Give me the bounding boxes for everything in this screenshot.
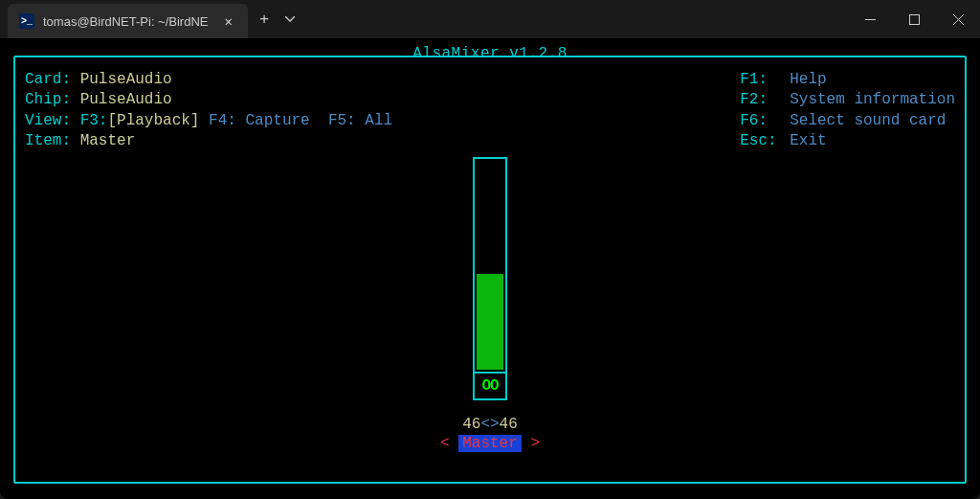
esc-desc: Exit [790, 131, 826, 151]
maximize-button[interactable] [892, 4, 936, 34]
new-tab-button[interactable]: + [251, 11, 278, 29]
card-info-panel: Card: PulseAudio Chip: PulseAudio View: … [25, 70, 392, 151]
svg-rect-0 [909, 14, 919, 24]
volume-meter-fill [477, 274, 503, 370]
select-bracket-right: > [522, 435, 540, 452]
tab-dropdown-button[interactable] [278, 13, 302, 25]
f2-desc: System information [790, 90, 955, 110]
volume-meter[interactable] [473, 157, 507, 374]
view-all-option: F5: All [328, 112, 392, 129]
close-window-button[interactable] [936, 4, 980, 34]
esc-key: Esc: [740, 131, 790, 151]
f2-key: F2: [740, 90, 790, 110]
terminal-pane[interactable]: AlsaMixer v1.2.8 Card: PulseAudio Chip: … [0, 38, 980, 499]
channel-name-row: < Master > [440, 435, 540, 452]
channel-name-label: Master [458, 435, 522, 452]
f6-desc: Select sound card [790, 111, 946, 131]
view-label: View: [25, 112, 71, 129]
close-tab-button[interactable]: ✕ [221, 11, 236, 32]
f6-key: F6: [740, 111, 790, 131]
item-value: Master [80, 132, 136, 149]
chip-label: Chip: [25, 91, 71, 108]
terminal-tab[interactable]: >_ tomas@BirdNET-Pi: ~/BirdNE ✕ [8, 4, 248, 38]
level-left: 46 [462, 416, 480, 433]
powershell-icon: >_ [19, 13, 34, 29]
window-titlebar: >_ tomas@BirdNET-Pi: ~/BirdNE ✕ + [0, 0, 980, 38]
view-f3-key: F3: [80, 112, 108, 129]
item-label: Item: [25, 132, 71, 149]
card-value: PulseAudio [80, 71, 172, 88]
level-right: 46 [500, 416, 518, 433]
help-keys-panel: F1: Help F2: System information F6: Sele… [740, 70, 955, 151]
card-label: Card: [25, 71, 71, 88]
f1-desc: Help [790, 70, 826, 90]
volume-levels: 46<>46 [462, 416, 518, 433]
level-separator: <> [480, 416, 499, 433]
tab-title: tomas@BirdNET-Pi: ~/BirdNE [43, 14, 209, 29]
f1-key: F1: [740, 70, 790, 90]
tabs-area: >_ tomas@BirdNET-Pi: ~/BirdNE ✕ + [0, 0, 302, 38]
chip-value: PulseAudio [80, 91, 172, 108]
view-capture-option: F4: Capture [209, 112, 310, 129]
mixer-channel-master[interactable]: OO 46<>46 < Master > [440, 157, 540, 452]
minimize-button[interactable] [848, 4, 892, 34]
window-controls [848, 4, 980, 34]
view-playback-selected: [Playback] [107, 112, 199, 129]
select-bracket-left: < [440, 435, 458, 452]
mute-indicator[interactable]: OO [473, 374, 507, 400]
